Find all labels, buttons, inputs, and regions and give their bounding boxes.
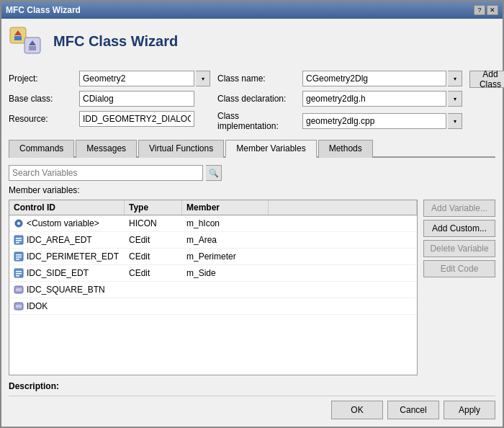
svg-rect-10 — [16, 240, 22, 241]
classname-dropdown-btn[interactable]: ▾ — [448, 71, 462, 86]
cell-control-2: IDC_AREA_EDT — [9, 233, 125, 246]
cell-control-6: IDOK — [9, 300, 125, 313]
cell-member-1: m_hIcon — [182, 217, 269, 230]
add-variable-button[interactable]: Add Variable... — [423, 200, 495, 217]
main-area: Control ID Type Member — [9, 200, 495, 375]
add-class-button[interactable]: Add Class — [469, 71, 504, 88]
class-decl-row: Class declaration: ▾ — [217, 91, 462, 107]
tab-messages[interactable]: Messages — [76, 140, 137, 158]
classname-input[interactable] — [302, 71, 446, 86]
row-icon-gear — [14, 218, 24, 228]
bottom-buttons: OK Cancel Apply — [9, 396, 495, 419]
table-row[interactable]: IDC_SQUARE_BTN — [9, 282, 417, 298]
svg-rect-5 — [29, 46, 36, 50]
table-row[interactable]: <Custom variable> HICON m_hIcon — [9, 215, 417, 232]
project-label: Project: — [9, 73, 73, 84]
table-body: <Custom variable> HICON m_hIcon — [9, 215, 417, 375]
class-decl-input-group: ▾ — [302, 91, 462, 107]
class-decl-input[interactable] — [302, 91, 446, 107]
cell-control-5: IDC_SQUARE_BTN — [9, 283, 125, 296]
table-row[interactable]: IDC_PERIMETER_EDT CEdit m_Perimeter — [9, 249, 417, 265]
svg-rect-17 — [16, 271, 22, 272]
svg-rect-15 — [16, 259, 19, 260]
svg-rect-18 — [16, 273, 22, 275]
header-area: MFC Class Wizard — [9, 26, 495, 63]
search-button[interactable]: 🔍 — [206, 165, 222, 181]
tab-content: 🔍 Member variables: Control ID Type Memb… — [9, 162, 495, 391]
cancel-button[interactable]: Cancel — [387, 401, 439, 419]
wizard-icon — [9, 26, 46, 63]
cell-extra-4 — [269, 272, 417, 275]
resource-row: Resource: — [9, 111, 210, 127]
cell-member-4: m_Side — [182, 267, 269, 280]
cell-control-3: IDC_PERIMETER_EDT — [9, 250, 125, 263]
title-bar-controls: ? ✕ — [474, 5, 498, 15]
class-impl-input[interactable] — [302, 113, 446, 129]
title-bar-text: MFC Class Wizard — [6, 5, 81, 15]
cell-type-5 — [125, 288, 182, 291]
base-class-row: Base class: — [9, 91, 210, 107]
table-row[interactable]: IDOK — [9, 298, 417, 315]
side-buttons: Add Variable... Add Custom... Delete Var… — [423, 200, 495, 375]
base-class-label: Base class: — [9, 94, 73, 104]
project-row: Project: ▾ — [9, 71, 210, 86]
cell-control-1: <Custom variable> — [9, 217, 125, 230]
class-impl-label: Class implementation: — [217, 111, 297, 131]
close-button[interactable]: ✕ — [487, 5, 498, 15]
project-dropdown-btn[interactable]: ▾ — [196, 71, 210, 86]
project-input-group: ▾ — [79, 71, 210, 86]
classname-row: Class name: ▾ — [217, 71, 462, 86]
title-bar: MFC Class Wizard ? ✕ — [1, 1, 503, 19]
add-custom-button[interactable]: Add Custom... — [423, 220, 495, 237]
tab-commands[interactable]: Commands — [9, 140, 74, 158]
ok-button[interactable]: OK — [331, 401, 383, 419]
cell-member-3: m_Perimeter — [182, 250, 269, 263]
description-label: Description: — [9, 381, 59, 391]
add-class-btn-wrapper: Add Class ▾ — [469, 71, 504, 88]
cell-extra-3 — [269, 255, 417, 258]
cell-extra-2 — [269, 238, 417, 241]
cell-type-2: CEdit — [125, 233, 182, 246]
resource-label: Resource: — [9, 114, 73, 124]
tab-member-variables[interactable]: Member Variables — [225, 140, 316, 158]
col-header-control-id: Control ID — [9, 200, 125, 215]
table-row[interactable]: IDC_SIDE_EDT CEdit m_Side — [9, 265, 417, 282]
table-header: Control ID Type Member — [9, 200, 417, 215]
svg-point-7 — [17, 222, 20, 225]
class-decl-dropdown-btn[interactable]: ▾ — [448, 91, 462, 107]
form-col-middle: Class name: ▾ Class declaration: ▾ Class… — [217, 71, 462, 133]
form-section-1: Project: ▾ Base class: Resource: — [9, 71, 495, 133]
class-impl-row: Class implementation: ▾ — [217, 111, 462, 131]
svg-rect-2 — [14, 36, 22, 40]
svg-rect-23 — [16, 305, 22, 308]
tab-virtual-functions[interactable]: Virtual Functions — [138, 140, 224, 158]
cell-member-5 — [182, 288, 269, 291]
member-variables-label: Member variables: — [9, 185, 495, 195]
search-input[interactable] — [9, 165, 203, 181]
resource-input[interactable] — [79, 111, 194, 127]
help-button[interactable]: ? — [474, 5, 485, 15]
table-row[interactable]: IDC_AREA_EDT CEdit m_Area — [9, 232, 417, 249]
col-header-type: Type — [125, 200, 182, 215]
apply-button[interactable]: Apply — [444, 401, 495, 419]
row-icon-edit — [14, 251, 24, 262]
row-icon-edit — [14, 268, 24, 278]
cell-type-4: CEdit — [125, 267, 182, 280]
tab-methods[interactable]: Methods — [318, 140, 373, 158]
cell-type-6 — [125, 305, 182, 308]
class-impl-dropdown-btn[interactable]: ▾ — [448, 113, 462, 129]
classname-input-group: ▾ — [302, 71, 462, 86]
col-header-member: Member — [182, 200, 269, 215]
base-class-input[interactable] — [79, 91, 194, 107]
svg-rect-14 — [16, 257, 22, 258]
svg-rect-21 — [16, 288, 22, 291]
svg-rect-19 — [16, 275, 19, 277]
project-input[interactable] — [79, 71, 194, 86]
main-window: MFC Class Wizard ? ✕ MFC Class Wizard — [0, 0, 504, 428]
row-icon-btn — [14, 285, 24, 295]
delete-variable-button[interactable]: Delete Variable — [423, 240, 495, 257]
edit-code-button[interactable]: Edit Code — [423, 260, 495, 277]
svg-rect-11 — [16, 242, 19, 244]
cell-control-4: IDC_SIDE_EDT — [9, 267, 125, 280]
cell-extra-5 — [269, 288, 417, 291]
